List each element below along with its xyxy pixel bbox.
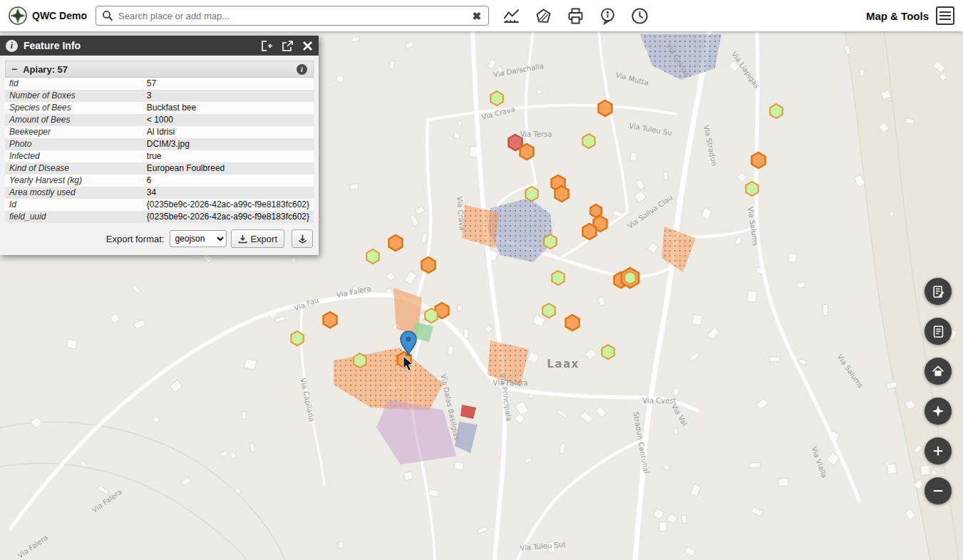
attribute-row: Amount of Bees< 1000 — [5, 114, 314, 126]
zoom-in-button[interactable] — [925, 437, 952, 465]
attribute-value: {0235be9c-2026-42ac-a99c-f9e8183fc602} — [143, 211, 314, 223]
attribute-row: Area mostly used34 — [5, 187, 314, 199]
attribute-row: Infectedtrue — [5, 150, 314, 162]
print-button[interactable] — [565, 5, 586, 26]
attribute-row: Species of BeesBuckfast bee — [5, 102, 314, 114]
home-icon — [931, 364, 945, 378]
apiary-marker-green[interactable] — [425, 308, 437, 323]
attribute-value: DCIM/3.jpg — [143, 138, 314, 150]
top-bar: QWC Demo ✖ — [0, 0, 963, 31]
road-label: Via Falera — [493, 379, 528, 387]
apiary-marker-orange[interactable] — [566, 315, 580, 331]
apiary-marker-green[interactable] — [544, 234, 556, 249]
apiary-marker-green[interactable] — [525, 187, 537, 201]
attribute-label: Id — [5, 199, 143, 211]
apiary-marker-orange[interactable] — [583, 224, 597, 239]
attribute-label: field_uuid — [5, 211, 143, 223]
apiary-marker-green[interactable] — [746, 182, 758, 196]
document-button[interactable] — [925, 318, 952, 345]
apiary-marker-orange[interactable] — [599, 100, 612, 116]
app-logo: QWC Demo — [0, 6, 96, 25]
attribute-value: < 1000 — [143, 114, 314, 126]
report-icon — [932, 285, 945, 299]
export-format-select[interactable]: geojson — [170, 230, 227, 247]
attribute-label: Species of Bees — [5, 102, 143, 114]
apiary-marker-green[interactable] — [770, 104, 782, 118]
apiary-marker-green[interactable] — [542, 304, 555, 318]
attribute-table: fid57Number of Boxes3Species of BeesBuck… — [5, 78, 314, 223]
apiary-marker-orange[interactable] — [422, 257, 436, 273]
apiary-marker-green[interactable] — [490, 91, 503, 105]
detach-window-icon[interactable] — [282, 40, 294, 52]
feature-section-header[interactable]: − Apiary: 57 i — [5, 61, 314, 78]
sketch-button[interactable] — [532, 5, 554, 26]
attribute-label: Number of Boxes — [5, 90, 143, 102]
feature-info-header[interactable]: i Feature Info — [0, 36, 319, 56]
apiary-marker-orange[interactable] — [752, 152, 766, 168]
search-icon — [102, 10, 113, 21]
attribute-label: Beekeeper — [5, 126, 143, 138]
zoom-in-icon — [931, 444, 945, 458]
locate-button[interactable] — [925, 398, 952, 425]
app-menu-button[interactable] — [936, 6, 954, 25]
measure-button[interactable] — [500, 5, 522, 26]
zoom-out-icon — [931, 484, 945, 498]
export-button[interactable]: Export — [231, 229, 284, 248]
attribute-value: {0235be9c-2026-42ac-a99c-f9e8183fc602} — [143, 199, 314, 211]
home-button[interactable] — [925, 358, 952, 385]
map-controls — [925, 278, 952, 504]
apiary-marker-green[interactable] — [354, 353, 366, 368]
attribute-label: Amount of Bees — [5, 114, 143, 126]
time-button[interactable] — [629, 5, 650, 26]
export-alt-button[interactable] — [292, 229, 313, 248]
time-icon — [630, 6, 649, 26]
collapse-icon[interactable]: − — [11, 64, 17, 74]
apiary-marker-green[interactable] — [582, 134, 594, 148]
apiary-marker-green[interactable] — [624, 271, 636, 284]
export-alt-icon — [297, 234, 308, 244]
feature-info-icon[interactable]: i — [297, 64, 307, 75]
attribute-value: European Foulbreed — [143, 162, 314, 175]
zoom-out-button[interactable] — [925, 477, 952, 504]
attribute-value: Buckfast bee — [143, 102, 314, 114]
dock-window-icon[interactable] — [261, 40, 273, 52]
apiary-marker-green[interactable] — [602, 345, 614, 359]
menu-label: Map & Tools — [866, 10, 929, 22]
sketch-icon — [534, 6, 553, 26]
identify-button[interactable] — [597, 5, 618, 26]
apiary-marker-orange[interactable] — [520, 144, 534, 160]
road-label: Via Cvest — [643, 397, 676, 405]
close-icon[interactable] — [302, 41, 313, 51]
panel-title: Feature Info — [24, 40, 255, 51]
attribute-value: 57 — [143, 78, 314, 90]
attribute-label: Infected — [5, 150, 143, 162]
attribute-row: Id{0235be9c-2026-42ac-a99c-f9e8183fc602} — [5, 199, 314, 211]
toolbar — [500, 5, 650, 26]
attribute-label: Area mostly used — [5, 187, 143, 199]
attribute-label: Yearly Harvest (kg) — [5, 175, 143, 187]
apiary-marker-orange[interactable] — [555, 186, 569, 202]
attribute-label: fid — [5, 78, 143, 90]
top-right-menu: Map & Tools — [866, 6, 963, 25]
apiary-marker-green[interactable] — [291, 331, 303, 346]
attribute-value: 6 — [143, 175, 314, 187]
apiary-marker-orange[interactable] — [324, 312, 337, 328]
feature-title: Apiary: 57 — [23, 64, 291, 75]
report-button[interactable] — [925, 278, 952, 305]
attribute-row: field_uuid{0235be9c-2026-42ac-a99c-f9e81… — [5, 211, 314, 223]
attribute-row: Yearly Harvest (kg)6 — [5, 175, 314, 187]
qwc-logo-icon — [9, 6, 27, 25]
apiary-marker-orange[interactable] — [389, 235, 403, 251]
attribute-value: Al Idrisi — [143, 126, 314, 138]
attribute-label: Kind of Disease — [5, 162, 143, 175]
attribute-row: fid57 — [5, 78, 314, 90]
hamburger-icon — [939, 11, 951, 13]
attribute-value: 34 — [143, 187, 314, 199]
road-label: Via Tersa — [520, 130, 552, 138]
search-clear-icon[interactable]: ✖ — [470, 11, 483, 21]
attribute-row: BeekeeperAl Idrisi — [5, 126, 314, 138]
search-input[interactable] — [118, 11, 465, 21]
apiary-marker-green[interactable] — [366, 249, 378, 264]
info-icon: i — [6, 40, 18, 52]
apiary-marker-green[interactable] — [552, 271, 564, 285]
